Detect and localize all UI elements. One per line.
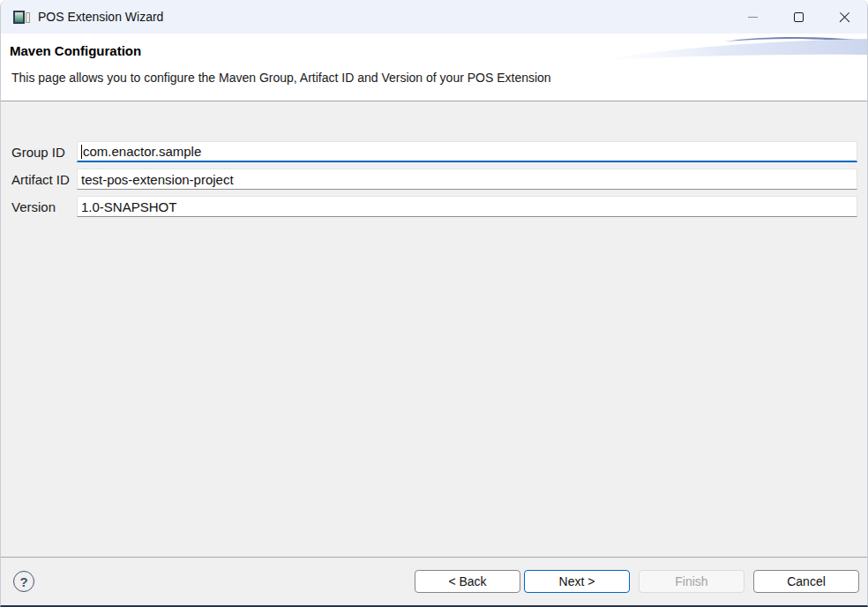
finish-button: Finish (639, 570, 745, 593)
cancel-button[interactable]: Cancel (753, 570, 859, 593)
minimize-button[interactable] (730, 0, 775, 34)
version-input[interactable]: 1.0-SNAPSHOT (77, 196, 857, 217)
banner-swoosh-graphic (594, 34, 867, 63)
back-button[interactable]: < Back (415, 570, 520, 593)
window-title: POS Extension Wizard (38, 10, 163, 24)
maven-config-form: Group ID com.enactor.sample Artifact ID … (1, 141, 867, 223)
button-bar: ? < Back Next > Finish Cancel (1, 557, 867, 605)
minimize-icon (748, 17, 758, 18)
group-id-input[interactable]: com.enactor.sample (77, 141, 857, 162)
help-button[interactable]: ? (13, 571, 34, 592)
window-controls (730, 0, 867, 34)
artifact-id-value: test-pos-extension-project (81, 172, 234, 187)
next-button[interactable]: Next > (524, 570, 630, 593)
form-row-artifact-id: Artifact ID test-pos-extension-project (1, 169, 867, 190)
group-id-value: com.enactor.sample (83, 144, 201, 159)
titlebar[interactable]: POS Extension Wizard (1, 0, 867, 34)
form-row-version: Version 1.0-SNAPSHOT (1, 196, 867, 217)
titlebar-left: POS Extension Wizard (1, 10, 730, 24)
dialog-buttons: < Back Next > Finish Cancel (415, 570, 867, 593)
page-title: Maven Configuration (10, 43, 141, 58)
version-label: Version (1, 199, 77, 214)
page-description: This page allows you to configure the Ma… (11, 71, 551, 85)
help-icon: ? (19, 574, 27, 589)
maximize-button[interactable] (775, 0, 821, 34)
app-icon (13, 11, 30, 24)
maximize-icon (794, 12, 804, 22)
artifact-id-input[interactable]: test-pos-extension-project (77, 169, 857, 190)
close-button[interactable] (821, 0, 867, 34)
wizard-dialog: POS Extension Wizard Maven Configuration… (0, 0, 868, 607)
close-icon (839, 11, 850, 23)
text-caret (81, 145, 82, 159)
group-id-label: Group ID (1, 145, 77, 160)
version-value: 1.0-SNAPSHOT (81, 199, 176, 214)
artifact-id-label: Artifact ID (1, 172, 77, 187)
wizard-content: Group ID com.enactor.sample Artifact ID … (1, 101, 867, 557)
form-row-group-id: Group ID com.enactor.sample (1, 141, 867, 162)
wizard-header: Maven Configuration This page allows you… (1, 34, 867, 101)
